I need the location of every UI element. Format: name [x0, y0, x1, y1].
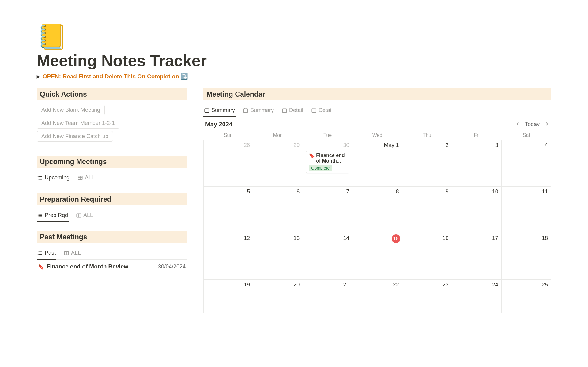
calendar-day-number: 7 — [346, 189, 349, 195]
callout-toggle[interactable]: ▶ OPEN: Read First and Delete This On Co… — [37, 73, 551, 80]
calendar-day-number: 10 — [492, 189, 498, 195]
svg-point-9 — [38, 214, 39, 215]
svg-rect-27 — [205, 109, 209, 112]
calendar-cell[interactable]: 11 — [502, 187, 551, 233]
svg-rect-5 — [39, 179, 42, 179]
calendar-cell[interactable]: 4 — [502, 140, 551, 187]
calendar-day-number: 12 — [244, 235, 250, 242]
calendar-today-button[interactable]: Today — [525, 121, 540, 128]
calendar-day-number: 17 — [492, 235, 498, 242]
calendar-day-number: 14 — [343, 235, 349, 242]
calendar-cell[interactable]: 8 — [352, 187, 402, 233]
tab-label: Detail — [318, 107, 333, 114]
calendar-day-number: 22 — [393, 282, 399, 288]
callout-text: OPEN: Read First and Delete This On Comp… — [43, 73, 188, 80]
calendar-dow: Fri — [452, 131, 501, 140]
tab-upcoming-all[interactable]: ALL — [77, 172, 95, 184]
svg-rect-35 — [312, 109, 316, 112]
tab-label: ALL — [83, 212, 93, 219]
calendar-cell[interactable]: 9 — [402, 187, 452, 233]
calendar-day-number: 13 — [293, 235, 300, 242]
calendar-cell[interactable]: 20 — [253, 280, 303, 313]
tab-cal-detail-1[interactable]: Detail — [281, 105, 304, 117]
add-team-121-button[interactable]: Add New Team Member 1-2-1 — [37, 118, 119, 129]
calendar-day-number: 15 — [392, 234, 400, 243]
calendar-dow: Wed — [352, 131, 402, 140]
calendar-day-number: 9 — [446, 189, 449, 195]
calendar-cell[interactable]: 14 — [303, 233, 352, 280]
calendar-day-number: 30 — [343, 142, 349, 148]
calendar-cell[interactable]: 24 — [452, 280, 502, 313]
calendar-cell[interactable]: 3 — [452, 140, 502, 187]
calendar-prev-button[interactable] — [515, 120, 521, 129]
calendar-cell[interactable]: 7 — [303, 187, 352, 233]
calendar-cell[interactable]: 29 — [253, 140, 303, 187]
list-icon — [37, 213, 43, 218]
add-blank-meeting-button[interactable]: Add New Blank Meeting — [37, 105, 105, 115]
table-icon — [64, 250, 69, 256]
svg-point-20 — [38, 253, 39, 253]
svg-rect-1 — [39, 176, 42, 177]
svg-point-13 — [38, 216, 39, 217]
tab-label: Prep Rqd — [45, 212, 68, 219]
calendar-cell[interactable]: 28 — [204, 140, 253, 187]
calendar-next-button[interactable] — [544, 120, 549, 129]
calendar-dow: Thu — [402, 131, 452, 140]
calendar-icon — [243, 108, 248, 113]
section-prep: Preparation Required — [37, 193, 187, 205]
list-icon — [37, 175, 43, 181]
calendar-day-number: 8 — [396, 189, 399, 195]
section-upcoming: Upcoming Meetings — [37, 156, 187, 168]
tab-past-all[interactable]: ALL — [63, 247, 81, 259]
calendar-icon — [282, 108, 287, 113]
calendar-cell[interactable]: 6 — [253, 187, 303, 233]
calendar-cell[interactable]: 5 — [204, 187, 253, 233]
calendar-cell[interactable]: 18 — [502, 233, 551, 280]
calendar-day-number: 16 — [443, 235, 449, 242]
calendar-cell[interactable]: May 1 — [352, 140, 402, 187]
tab-cal-summary-1[interactable]: Summary — [203, 105, 236, 117]
calendar-day-number: 23 — [443, 282, 449, 288]
calendar-cell[interactable]: 30🔖Finance end of Month...Complete — [303, 140, 352, 187]
calendar-month-label: May 2024 — [205, 121, 232, 128]
calendar-day-number: 11 — [542, 189, 548, 195]
svg-point-4 — [38, 179, 39, 180]
calendar-cell[interactable]: 23 — [402, 280, 452, 313]
tab-past[interactable]: Past — [37, 247, 56, 259]
past-meeting-title: Finance end of Month Review — [47, 263, 128, 270]
tab-cal-detail-2[interactable]: Detail — [311, 105, 333, 117]
calendar-cell[interactable]: 25 — [502, 280, 551, 313]
bookmark-icon: 🔖 — [38, 264, 44, 270]
calendar-cell[interactable]: 2 — [402, 140, 452, 187]
tab-label: Upcoming — [45, 174, 70, 181]
toggle-triangle-icon: ▶ — [37, 74, 40, 79]
tab-upcoming[interactable]: Upcoming — [37, 172, 70, 184]
calendar-event-card[interactable]: 🔖Finance end of Month...Complete — [306, 151, 349, 173]
calendar-cell[interactable]: 22 — [352, 280, 402, 313]
table-icon — [77, 175, 83, 181]
calendar-cell[interactable]: 17 — [452, 233, 502, 280]
tab-prep-all[interactable]: ALL — [75, 210, 94, 222]
calendar-cell[interactable]: 16 — [402, 233, 452, 280]
calendar-day-number: 24 — [492, 282, 498, 288]
svg-point-0 — [38, 176, 39, 177]
event-title: Finance end of Month... — [316, 153, 346, 164]
tab-cal-summary-2[interactable]: Summary — [242, 105, 274, 117]
calendar-day-number: 6 — [296, 189, 300, 195]
calendar-day-number: 21 — [343, 282, 349, 288]
add-finance-catchup-button[interactable]: Add New Finance Catch up — [37, 131, 113, 142]
calendar-cell[interactable]: 12 — [204, 233, 253, 280]
calendar-cell[interactable]: 21 — [303, 280, 352, 313]
calendar-dow: Sat — [502, 131, 551, 140]
tab-prep[interactable]: Prep Rqd — [37, 210, 69, 222]
calendar-cell[interactable]: 15 — [352, 233, 402, 280]
calendar-cell[interactable]: 19 — [204, 280, 253, 313]
past-meeting-row[interactable]: 🔖Finance end of Month Review30/04/2024 — [37, 260, 187, 274]
calendar-cell[interactable]: 13 — [253, 233, 303, 280]
event-status-tag: Complete — [309, 165, 332, 171]
section-quick-actions: Quick Actions — [37, 88, 187, 100]
page-icon[interactable]: 📒 — [37, 24, 551, 49]
tab-label: Summary — [250, 107, 274, 114]
calendar-icon — [311, 108, 317, 113]
calendar-cell[interactable]: 10 — [452, 187, 502, 233]
